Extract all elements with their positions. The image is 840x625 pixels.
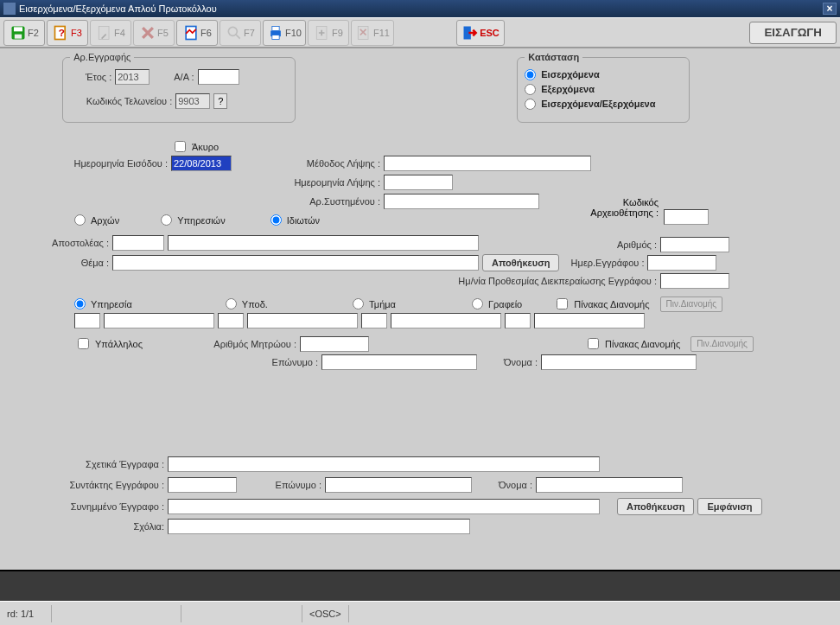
sender-auth-radio[interactable] [74,214,86,226]
route-dept-radio[interactable] [353,298,364,309]
surname-field[interactable] [321,354,477,370]
dist-table2-button: Πιν.Διανομής [690,336,754,352]
svg-line-8 [236,34,240,38]
zoom-icon [226,24,243,41]
toolbar-f5: F5 [133,20,175,46]
regno-label: Αριθμός Μητρώου : [201,339,296,349]
route-office-radio[interactable] [472,298,483,309]
titlebar: Εισερχόμενα/Εξερχόμενα Απλού Πρωτοκόλλου… [0,0,840,17]
registration-group: Αρ.Εγγραφής Έτος : Α/Α : Κωδικός Τελωνεί… [62,52,296,123]
arch-code-label: Κωδικός Αρχειοθέτησης : [562,197,659,218]
arch-code-field[interactable] [664,209,709,225]
author-surname-field[interactable] [325,477,472,493]
new-doc-icon [182,24,200,41]
dist-table2-checkbox[interactable] [588,338,599,349]
status-incoming-radio[interactable] [525,69,536,80]
sysno-label: Αρ.Συστημένου : [285,196,380,207]
toolbar-f7: F7 [220,20,261,46]
sender-code-field[interactable] [112,235,164,251]
aa-field[interactable] [198,69,239,85]
office-name-field[interactable] [534,313,645,328]
exit-icon [461,24,479,41]
customs-label: Κωδικός Τελωνείου : [77,96,172,106]
svg-rect-11 [272,35,279,39]
deadline-field[interactable] [660,273,729,289]
doc-date-label: Ημερ.Εγγράφου : [566,258,644,268]
save-button[interactable]: Αποθήκευση [482,254,559,271]
svg-rect-1 [14,27,22,31]
route-subdiv-radio[interactable] [226,298,237,309]
year-field[interactable] [115,69,150,85]
dept-code-field[interactable] [361,313,387,328]
show-button[interactable]: Εμφάνιση [697,498,761,515]
recv-date-label: Ημερομηνία Λήψης : [285,177,380,188]
author-field[interactable] [168,477,237,493]
registration-legend: Αρ.Εγγραφής [70,52,134,62]
status-outgoing-radio[interactable] [525,84,536,95]
sysno-field[interactable] [384,194,539,209]
toolbar-f3[interactable]: ? F3 [47,20,88,46]
comments-field[interactable] [168,519,470,534]
toolbar-f10[interactable]: F10 [263,20,306,46]
print-icon [267,24,284,41]
related-field[interactable] [168,456,600,472]
sender-label: Αποστολέας : [47,238,109,248]
aa-label: Α/Α : [174,72,194,82]
toolbar-esc[interactable]: ESC [456,20,505,46]
svg-text:?: ? [59,27,65,38]
number-field[interactable] [660,237,729,252]
service-name-field[interactable] [104,313,214,328]
record-cell: rd: 1/1 [0,605,52,622]
office-code-field[interactable] [505,313,531,328]
subdiv-code-field[interactable] [218,313,244,328]
name-field[interactable] [541,354,697,370]
recv-method-label: Μέθοδος Λήψης : [285,158,380,169]
doc-icon [96,24,113,41]
dept-name-field[interactable] [391,313,501,328]
toolbar-f2[interactable]: F2 [3,20,45,46]
recv-date-field[interactable] [384,175,453,190]
status-legend: Κατάσταση [525,52,582,62]
toolbar-f6[interactable]: F6 [176,20,218,46]
dist-table-button: Πιν.Διανομής [660,297,723,312]
toolbar: F2 ? F3 F4 F5 F6 F7 F10 F9 F11 ESC ΕΙΣΑΓ… [0,17,840,48]
toolbar-f9: F9 [308,20,349,46]
svg-rect-2 [15,34,22,38]
employee-checkbox[interactable] [78,338,89,349]
sb-empty2 [181,605,302,622]
number-label: Αριθμός : [605,239,657,250]
sender-name-field[interactable] [168,235,479,251]
attached-field[interactable] [168,499,600,514]
app-icon [3,3,16,15]
close-icon[interactable]: × [823,3,837,15]
status-both-radio[interactable] [525,99,536,110]
subject-label: Θέμα : [47,258,109,268]
author-name-field[interactable] [536,477,683,493]
sender-serv-radio[interactable] [161,214,172,226]
customs-help-button[interactable]: ? [213,93,227,109]
delete-doc-icon [355,24,372,41]
mode-button[interactable]: ΕΙΣΑΓΩΓΗ [749,22,837,44]
recv-method-field[interactable] [384,156,591,171]
void-label: Άκυρο [192,142,219,152]
doc-date-field[interactable] [647,255,716,271]
void-checkbox[interactable] [175,141,186,152]
attached-label: Συνημμένο Έγγραφο : [52,501,164,512]
dist-table-checkbox[interactable] [557,298,568,309]
employee-label: Υπάλληλος [95,339,143,349]
sender-priv-radio[interactable] [270,214,282,226]
save2-button[interactable]: Αποθήκευση [617,498,694,515]
customs-field[interactable] [175,93,210,109]
subdiv-name-field[interactable] [247,313,358,328]
regno-field[interactable] [300,336,369,352]
comments-label: Σχόλια: [52,521,164,532]
form-content: Αρ.Εγγραφής Έτος : Α/Α : Κωδικός Τελωνεί… [0,48,840,567]
route-service-radio[interactable] [74,298,86,309]
cancel-icon [139,24,156,41]
statusbar: rd: 1/1 <OSC> [0,601,840,625]
status-group: Κατάσταση Εισερχόμενα Εξερχόμενα Εισερχό… [517,52,690,123]
osc-cell: <OSC> [302,605,349,622]
subject-field[interactable] [112,255,479,271]
service-code-field[interactable] [74,313,100,328]
entry-date-field[interactable] [171,156,232,171]
